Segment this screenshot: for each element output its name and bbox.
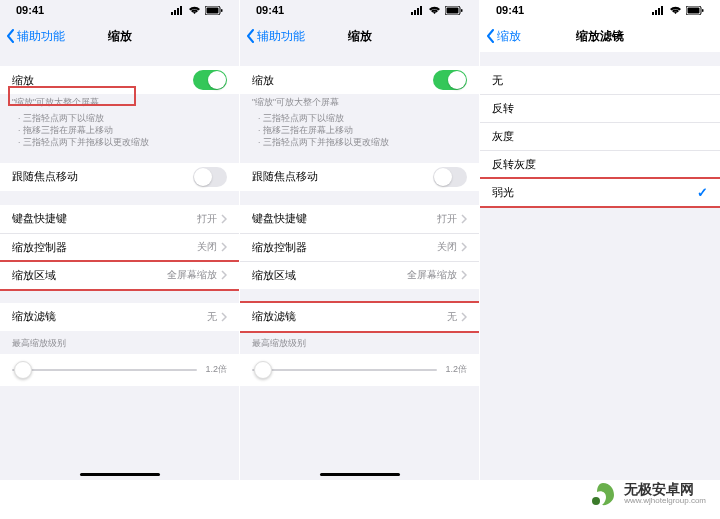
max-zoom-value: 1.2倍: [445, 363, 467, 376]
option-invert[interactable]: 反转: [480, 94, 720, 122]
chevron-left-icon: [246, 29, 255, 43]
zoom-controller-row[interactable]: 缩放控制器 关闭: [0, 233, 239, 261]
status-icons: [171, 6, 223, 15]
row-value: 无: [447, 310, 457, 324]
keyboard-shortcut-row[interactable]: 键盘快捷键 打开: [0, 205, 239, 233]
max-zoom-slider-row: 1.2倍: [240, 354, 479, 386]
svg-rect-19: [688, 7, 700, 13]
svg-rect-5: [207, 7, 219, 13]
back-label: 辅助功能: [17, 28, 65, 45]
watermark-logo-icon: [588, 479, 618, 509]
svg-rect-14: [652, 12, 654, 15]
svg-rect-3: [180, 6, 182, 15]
svg-rect-6: [221, 9, 223, 12]
follow-focus-label: 跟随焦点移动: [12, 169, 193, 184]
zoom-controller-row[interactable]: 缩放控制器 关闭: [240, 233, 479, 261]
back-button[interactable]: 辅助功能: [246, 28, 305, 45]
follow-focus-toggle[interactable]: [433, 167, 467, 187]
status-bar: 09:41: [480, 0, 720, 20]
option-label: 反转: [492, 101, 708, 116]
row-value: 打开: [437, 212, 457, 226]
chevron-right-icon: [221, 312, 227, 322]
hint-1: 拖移三指在屏幕上移动: [258, 125, 467, 137]
zoom-label: 缩放: [252, 73, 433, 88]
option-label: 无: [492, 73, 708, 88]
svg-rect-13: [461, 9, 463, 12]
signal-icon: [171, 6, 184, 15]
chevron-left-icon: [6, 29, 15, 43]
svg-point-21: [592, 497, 600, 505]
option-invert-grayscale[interactable]: 反转灰度: [480, 150, 720, 178]
chevron-right-icon: [221, 242, 227, 252]
wifi-icon: [669, 6, 682, 15]
nav-bar: 缩放 缩放滤镜: [480, 20, 720, 52]
svg-rect-10: [420, 6, 422, 15]
row-value: 全屏幕缩放: [407, 268, 457, 282]
max-zoom-label: 最高缩放级别: [0, 331, 239, 354]
hint-1: 拖移三指在屏幕上移动: [18, 125, 227, 137]
zoom-area-row[interactable]: 缩放区域 全屏幕缩放: [240, 261, 479, 289]
hint-0: 三指轻点两下以缩放: [258, 113, 467, 125]
row-value: 全屏幕缩放: [167, 268, 217, 282]
max-zoom-slider[interactable]: [12, 369, 197, 371]
row-label: 键盘快捷键: [252, 211, 437, 226]
chevron-right-icon: [221, 214, 227, 224]
hints: 三指轻点两下以缩放 拖移三指在屏幕上移动 三指轻点两下并拖移以更改缩放: [0, 109, 239, 149]
svg-rect-12: [447, 7, 459, 13]
back-button[interactable]: 缩放: [486, 28, 521, 45]
checkmark-icon: ✓: [697, 185, 708, 200]
row-label: 键盘快捷键: [12, 211, 197, 226]
follow-focus-toggle[interactable]: [193, 167, 227, 187]
follow-focus-row[interactable]: 跟随焦点移动: [240, 163, 479, 191]
row-label: 缩放控制器: [12, 240, 197, 255]
max-zoom-label: 最高缩放级别: [240, 331, 479, 354]
home-indicator[interactable]: [80, 473, 160, 476]
nav-bar: 辅助功能 缩放: [240, 20, 479, 52]
option-label: 弱光: [492, 185, 697, 200]
watermark-url: www.wjhotelgroup.com: [624, 497, 706, 506]
option-none[interactable]: 无: [480, 66, 720, 94]
zoom-area-row[interactable]: 缩放区域 全屏幕缩放: [0, 261, 239, 289]
hint-title: "缩放"可放大整个屏幕: [240, 94, 479, 109]
row-label: 缩放区域: [252, 268, 407, 283]
battery-icon: [686, 6, 704, 15]
svg-rect-17: [661, 6, 663, 15]
signal-icon: [411, 6, 424, 15]
home-indicator[interactable]: [320, 473, 400, 476]
chevron-right-icon: [221, 270, 227, 280]
option-label: 反转灰度: [492, 157, 708, 172]
keyboard-shortcut-row[interactable]: 键盘快捷键 打开: [240, 205, 479, 233]
zoom-label: 缩放: [12, 73, 193, 88]
back-button[interactable]: 辅助功能: [6, 28, 65, 45]
svg-rect-9: [417, 8, 419, 15]
option-grayscale[interactable]: 灰度: [480, 122, 720, 150]
zoom-filter-row[interactable]: 缩放滤镜 无: [240, 303, 479, 331]
hint-0: 三指轻点两下以缩放: [18, 113, 227, 125]
status-bar: 09:41: [0, 0, 239, 20]
zoom-toggle-row[interactable]: 缩放: [240, 66, 479, 94]
chevron-right-icon: [461, 270, 467, 280]
max-zoom-slider[interactable]: [252, 369, 437, 371]
zoom-toggle[interactable]: [433, 70, 467, 90]
zoom-toggle[interactable]: [193, 70, 227, 90]
clock: 09:41: [256, 4, 284, 16]
chevron-right-icon: [461, 214, 467, 224]
option-low-light[interactable]: 弱光 ✓: [480, 178, 720, 206]
back-label: 辅助功能: [257, 28, 305, 45]
svg-rect-16: [658, 8, 660, 15]
wifi-icon: [188, 6, 201, 15]
hint-title: "缩放"可放大整个屏幕: [0, 94, 239, 109]
phone-1: 09:41 辅助功能 缩放 缩放 "缩放"可放大整个屏幕: [0, 0, 240, 480]
chevron-right-icon: [461, 312, 467, 322]
max-zoom-slider-row: 1.2倍: [0, 354, 239, 386]
status-icons: [411, 6, 463, 15]
phone-3: 09:41 缩放 缩放滤镜 无 反转 灰: [480, 0, 720, 480]
row-value: 关闭: [197, 240, 217, 254]
zoom-filter-row[interactable]: 缩放滤镜 无: [0, 303, 239, 331]
svg-rect-1: [174, 10, 176, 15]
zoom-toggle-row[interactable]: 缩放: [0, 66, 239, 94]
watermark: 无极安卓网 www.wjhotelgroup.com: [588, 479, 706, 509]
row-label: 缩放滤镜: [12, 309, 207, 324]
follow-focus-row[interactable]: 跟随焦点移动: [0, 163, 239, 191]
svg-rect-2: [177, 8, 179, 15]
